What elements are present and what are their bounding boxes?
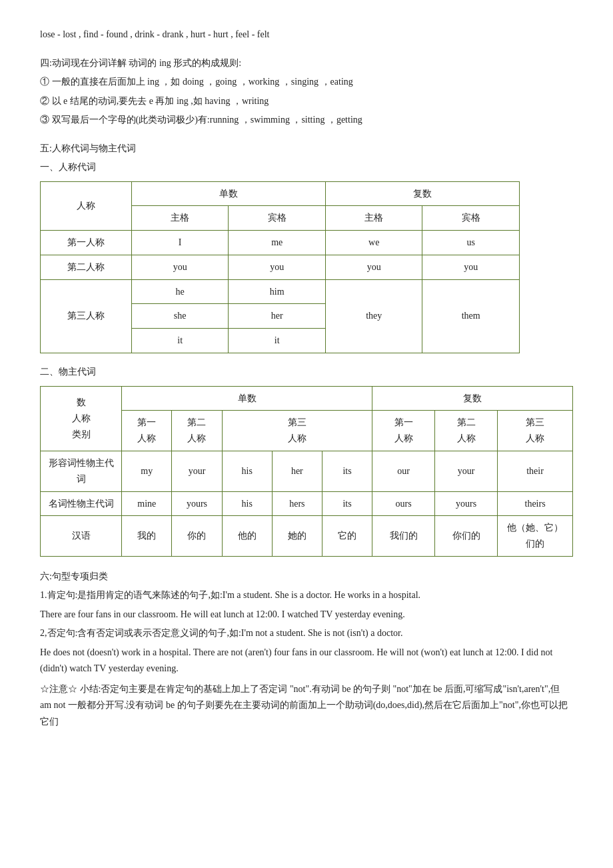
cell-you-p-obj: you: [422, 255, 520, 279]
section6-p2: 2,否定句:含有否定词或表示否定意义词的句子,如:I'm not a stude…: [40, 625, 573, 642]
cell-his: his: [222, 451, 272, 491]
section6-title: 六:句型专项归类: [40, 569, 573, 585]
table-header-row1: 人称 单数 复数: [41, 181, 520, 206]
cell-noun-poss: 名词性物主代词: [41, 491, 122, 516]
table-row: 第二人称 you you you you: [41, 255, 520, 279]
cell-singular: 单数: [131, 181, 325, 206]
table-row: 汉语 我的 你的 他的 她的 它的 我们的 你们的 他（她、它）们的: [41, 516, 573, 557]
cell-adj-poss: 形容词性物主代词: [41, 451, 122, 491]
cell-wode: 我的: [122, 516, 172, 557]
cell-plural-header: 复数: [372, 386, 573, 411]
cell-yours-p: yours: [435, 491, 498, 516]
table-row: 第一人称 I me we us: [41, 231, 520, 255]
section4-title: 四:动词现在分词详解 动词的 ing 形式的构成规则:: [40, 55, 573, 72]
cell-we: we: [325, 231, 422, 255]
cell-tamen: 他（她、它）们的: [498, 516, 573, 557]
cell-singular-header: 单数: [122, 386, 372, 411]
cell-you-p: you: [325, 255, 422, 279]
cell-zhuge-p: 主格: [325, 206, 422, 231]
cell-you-obj: you: [229, 255, 326, 279]
table-header-row: 数人称类别 单数 复数: [41, 386, 573, 411]
cell-rencheng: 人称: [41, 181, 132, 231]
table-row: 名词性物主代词 mine yours his hers its ours you…: [41, 491, 573, 516]
cell-women: 我们的: [372, 516, 435, 557]
section5-sub2-title: 二、物主代词: [40, 364, 573, 381]
section6-p1-cont: There are four fans in our classroom. He…: [40, 607, 573, 623]
section4-rule2: ② 以 e 结尾的动词,要先去 e 再加 ing ,如 having ，writ…: [40, 93, 573, 110]
cell-ours: ours: [372, 491, 435, 516]
section6-p1-text: 是指用肯定的语气来陈述的句子,如:I'm a student. She is a…: [77, 590, 420, 600]
cell-first-person: 第一人称: [41, 231, 132, 255]
section6-note: ☆注意☆ 小结:否定句主要是在肯定句的基础上加上了否定词 "not".有动词 b…: [40, 681, 573, 731]
cell-his-n: his: [222, 491, 272, 516]
section6-p2-text: 含有否定词或表示否定意义词的句子,如:I'm not a student. Sh…: [77, 628, 402, 638]
cell-2p-p: 第二人称: [435, 411, 498, 451]
cell-its-noun: its: [322, 491, 372, 516]
cell-theirs: theirs: [498, 491, 573, 516]
section5-title: 五:人称代词与物主代词: [40, 141, 573, 157]
cell-tade-m: 他的: [222, 516, 272, 557]
cell-hers: hers: [272, 491, 322, 516]
cell-yours-s: yours: [172, 491, 222, 516]
cell-him: him: [229, 279, 326, 304]
cell-shu-rencheng-leibie: 数人称类别: [41, 386, 122, 451]
cell-he: he: [131, 279, 229, 304]
cell-me: me: [229, 231, 326, 255]
cell-mine: mine: [122, 491, 172, 516]
cell-3p-p: 第三人称: [498, 411, 573, 451]
section4-rule3: ③ 双写最后一个字母的(此类动词极少)有:running ，swimming ，…: [40, 112, 573, 129]
cell-binge-s: 宾格: [229, 206, 326, 231]
section6-p1-label: 1.肯定句:: [40, 590, 77, 600]
cell-tade-it: 它的: [322, 516, 372, 557]
intro-line: lose - lost , find - found , drink - dra…: [40, 27, 573, 43]
cell-1p-s: 第一人称: [122, 411, 172, 451]
section4-rule1: ① 一般的直接在后面加上 ing ，如 doing ，going ，workin…: [40, 74, 573, 91]
cell-our: our: [372, 451, 435, 491]
cell-3p-s: 第三人称: [222, 411, 372, 451]
cell-zhuge-s: 主格: [131, 206, 229, 231]
cell-1p-p: 第一人称: [372, 411, 435, 451]
cell-nimen: 你们的: [435, 516, 498, 557]
pronoun-table-1: 人称 单数 复数 主格 宾格 主格 宾格 第一人称 I me we us: [40, 181, 573, 354]
table-row: 形容词性物主代词 my your his her its our your th…: [41, 451, 573, 491]
pronoun-table-2: 数人称类别 单数 复数 第一人称 第二人称 第三人称 第一人称 第二人称 第三人…: [40, 386, 573, 557]
cell-you-s: you: [131, 255, 229, 279]
cell-chinese: 汉语: [41, 516, 122, 557]
cell-it-s: it: [131, 329, 229, 353]
cell-i: I: [131, 231, 229, 255]
cell-nide: 你的: [172, 516, 222, 557]
cell-them: them: [422, 279, 520, 353]
cell-your-s: your: [172, 451, 222, 491]
cell-their: their: [498, 451, 573, 491]
cell-us: us: [422, 231, 520, 255]
cell-third-person: 第三人称: [41, 279, 132, 353]
cell-my: my: [122, 451, 172, 491]
cell-plural: 复数: [325, 181, 519, 206]
cell-your-p: your: [435, 451, 498, 491]
cell-it-obj: it: [229, 329, 326, 353]
cell-they: they: [325, 279, 422, 353]
section6-p2-label: 2,否定句:: [40, 628, 77, 638]
cell-second-person: 第二人称: [41, 255, 132, 279]
cell-binge-p: 宾格: [422, 206, 520, 231]
cell-she: she: [131, 304, 229, 329]
section5-sub1-title: 一、人称代词: [40, 159, 573, 176]
section6-p2-cont: He does not (doesn't) work in a hospital…: [40, 645, 573, 677]
cell-her: her: [229, 304, 326, 329]
cell-her-poss: her: [272, 451, 322, 491]
cell-tade-f: 她的: [272, 516, 322, 557]
table-row: 第三人称 he him they them: [41, 279, 520, 304]
section6-p1: 1.肯定句:是指用肯定的语气来陈述的句子,如:I'm a student. Sh…: [40, 587, 573, 604]
cell-its-adj: its: [322, 451, 372, 491]
cell-2p-s: 第二人称: [172, 411, 222, 451]
